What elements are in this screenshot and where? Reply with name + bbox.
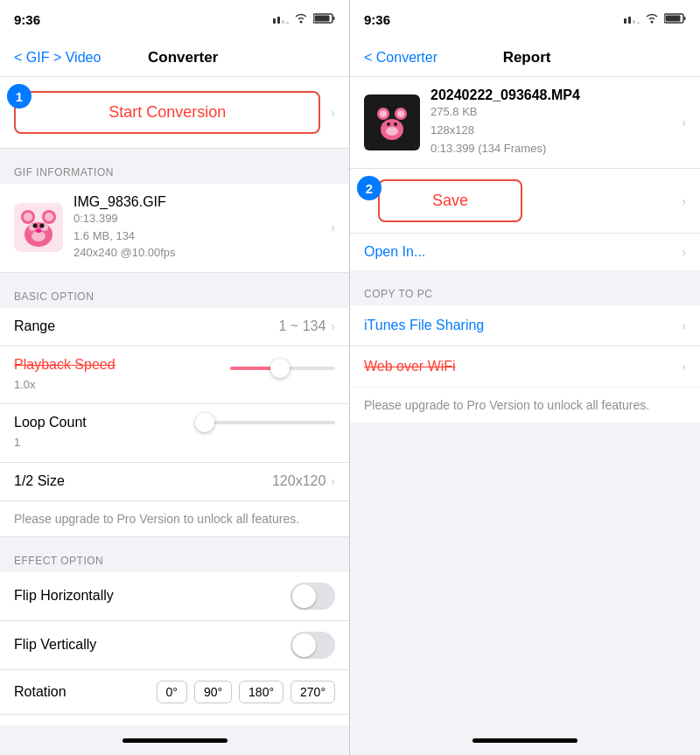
itunes-row[interactable]: iTunes File Sharing ›	[350, 305, 700, 346]
gif-details: IMG_9836.GIF 0:13.399 1.6 MB, 134 240x24…	[74, 194, 331, 262]
right-back-button[interactable]: < Converter	[364, 50, 438, 66]
flip-horizontal-row[interactable]: Flip Horizontally	[0, 572, 349, 621]
playback-speed-row[interactable]: Playback Speed 1.0x	[0, 346, 349, 405]
right-content: 20240222_093648.MP4 275.8 KB 128x128 0:1…	[350, 77, 700, 725]
left-status-icons	[273, 13, 335, 26]
gif-size: 1.6 MB, 134	[74, 227, 331, 245]
open-in-chevron: ›	[682, 245, 686, 259]
left-time: 9:36	[14, 12, 40, 27]
report-thumbnail	[364, 94, 420, 150]
gif-dimensions: 240x240 @10.00fps	[74, 244, 331, 262]
rotation-180[interactable]: 180°	[239, 681, 284, 703]
flip-vertical-row[interactable]: Flip Vertically	[0, 621, 349, 670]
left-back-button[interactable]: < GIF > Video	[14, 50, 101, 66]
svg-point-31	[380, 110, 387, 117]
half-size-row[interactable]: 1/2 Size 120x120 ›	[0, 463, 349, 501]
loop-count-row[interactable]: Loop Count 1	[0, 404, 349, 463]
left-home-bar	[122, 738, 228, 743]
start-conversion-chevron: ›	[331, 106, 335, 120]
range-row[interactable]: Range 1 ~ 134 ›	[0, 308, 349, 346]
range-chevron: ›	[331, 319, 335, 333]
svg-point-33	[386, 127, 398, 136]
svg-rect-0	[273, 18, 276, 24]
report-details: 20240222_093648.MP4 275.8 KB 128x128 0:1…	[430, 87, 682, 157]
svg-point-18	[45, 213, 53, 221]
rotation-270[interactable]: 270°	[290, 681, 335, 703]
report-dimensions: 128x128	[430, 122, 682, 140]
report-size: 275.8 KB	[430, 103, 682, 122]
svg-point-32	[397, 110, 404, 117]
half-size-value: 120x120 ›	[272, 473, 335, 489]
report-duration: 0:13.399 (134 Frames)	[430, 140, 682, 158]
svg-point-14	[33, 224, 38, 228]
svg-rect-22	[637, 22, 640, 24]
svg-rect-25	[684, 17, 686, 20]
gif-duration: 0:13.399	[74, 210, 331, 227]
start-conversion-row[interactable]: 1 Start Conversion ›	[0, 77, 349, 149]
itunes-chevron: ›	[682, 318, 686, 332]
svg-rect-3	[286, 22, 289, 24]
rotation-group: 0° 90° 180° 270°	[157, 681, 336, 703]
save-box[interactable]: Save	[378, 179, 522, 222]
report-filename: 20240222_093648.MP4	[430, 87, 682, 103]
signal-icon	[273, 13, 289, 26]
right-signal-icon	[624, 13, 640, 26]
right-wifi-icon	[645, 13, 659, 26]
right-time: 9:36	[364, 12, 390, 27]
svg-rect-6	[333, 17, 335, 20]
svg-rect-21	[633, 20, 635, 24]
web-wifi-row[interactable]: Web over WiFi ›	[350, 346, 700, 387]
left-content: 1 Start Conversion › GIF INFORMATION	[0, 77, 349, 725]
upgrade-notice-right: Please upgrade to Pro Version to unlock …	[350, 388, 700, 423]
upgrade-notice-basic: Please upgrade to Pro Version to unlock …	[0, 501, 349, 537]
right-home-bar	[472, 738, 578, 743]
svg-rect-26	[666, 15, 681, 21]
flip-h-toggle[interactable]	[290, 583, 335, 610]
loop-slider[interactable]	[195, 421, 335, 424]
filter-row[interactable]: Filter None ›	[0, 715, 349, 726]
section-effect-header: EFFECT OPTION	[0, 537, 349, 572]
gif-thumbnail	[14, 203, 63, 252]
svg-rect-2	[282, 20, 284, 24]
flip-v-label: Flip Vertically	[14, 637, 96, 653]
open-in-text: Open In...	[364, 244, 425, 260]
report-file-row[interactable]: 20240222_093648.MP4 275.8 KB 128x128 0:1…	[350, 77, 700, 169]
left-panel: 9:36 < GIF > Video Converter 1 Start Con…	[0, 0, 350, 755]
rotation-0[interactable]: 0°	[157, 681, 187, 703]
right-battery-icon	[664, 13, 686, 26]
loop-label: Loop Count	[14, 415, 87, 430]
loop-value: 1	[14, 434, 20, 451]
range-label: Range	[14, 318, 55, 334]
rotation-90[interactable]: 90°	[194, 681, 232, 703]
web-wifi-chevron: ›	[682, 360, 686, 374]
playback-slider[interactable]	[230, 367, 335, 370]
report-chevron: ›	[682, 115, 686, 129]
save-row[interactable]: 2 Save ›	[350, 169, 700, 234]
svg-point-4	[300, 20, 303, 23]
right-status-icons	[624, 13, 686, 26]
right-panel: 9:36 < Converter Report	[350, 0, 700, 755]
badge-1: 1	[7, 84, 32, 108]
svg-rect-1	[277, 17, 280, 24]
flip-v-toggle[interactable]	[290, 632, 335, 659]
open-in-row[interactable]: Open In... ›	[350, 234, 700, 270]
gif-info-row[interactable]: IMG_9836.GIF 0:13.399 1.6 MB, 134 240x24…	[0, 184, 349, 273]
section-gif-header: GIF INFORMATION	[0, 149, 349, 184]
start-conversion-box[interactable]: Start Conversion	[14, 91, 320, 134]
left-nav-bar: < GIF > Video Converter	[0, 38, 349, 77]
wifi-icon	[294, 13, 308, 26]
svg-point-15	[40, 224, 45, 228]
section-copy-header: COPY TO PC	[350, 270, 700, 305]
right-nav-bar: < Converter Report	[350, 38, 700, 77]
playback-label: Playback Speed	[14, 357, 116, 373]
section-basic-header: BASIC OPTION	[0, 273, 349, 308]
left-nav-title: Converter	[148, 49, 218, 66]
svg-rect-20	[628, 17, 631, 24]
rotation-row[interactable]: Rotation 0° 90° 180° 270°	[0, 670, 349, 715]
half-size-label: 1/2 Size	[14, 473, 65, 489]
range-value: 1 ~ 134 ›	[279, 318, 336, 334]
svg-point-23	[651, 20, 654, 23]
svg-point-35	[394, 122, 397, 126]
half-size-chevron: ›	[331, 474, 335, 488]
flip-h-label: Flip Horizontally	[14, 588, 114, 604]
